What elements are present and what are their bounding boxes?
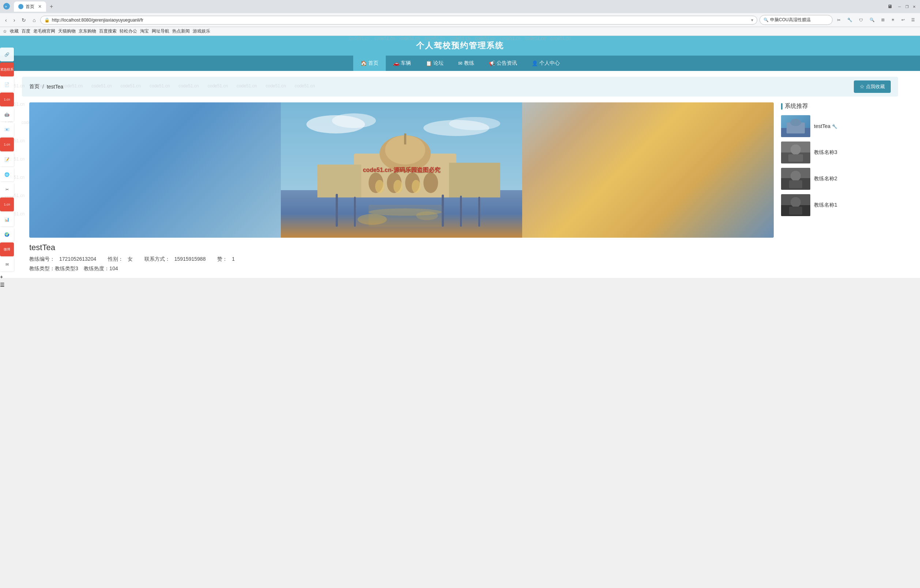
rec-item-1[interactable]: 教练名称3 bbox=[781, 141, 891, 164]
svg-point-7 bbox=[449, 117, 500, 130]
rec-item-3[interactable]: 教练名称1 bbox=[781, 194, 891, 216]
svg-point-5 bbox=[332, 113, 376, 128]
star-icon: ☆ bbox=[3, 29, 7, 34]
nav-home[interactable]: 🏠 首页 bbox=[353, 55, 386, 71]
profile-icon: 👤 bbox=[532, 60, 538, 66]
svg-rect-24 bbox=[460, 196, 462, 227]
minimize-button[interactable]: ─ bbox=[897, 4, 902, 10]
coach-likes-value: 1 bbox=[232, 256, 235, 262]
history-button[interactable]: ↩ bbox=[899, 16, 907, 24]
refresh-button[interactable]: ↻ bbox=[19, 16, 28, 24]
sidebar-add-button[interactable]: + bbox=[0, 274, 15, 278]
bookmark-baidu[interactable]: 百度 bbox=[21, 28, 30, 34]
nav-news[interactable]: 📢 公告资讯 bbox=[481, 55, 524, 71]
news-icon: 📢 bbox=[489, 60, 495, 66]
favorite-button[interactable]: ☆ 点我收藏 bbox=[854, 81, 891, 93]
svg-rect-21 bbox=[336, 194, 338, 227]
sidebar-icon-13[interactable]: ✉ bbox=[0, 258, 14, 271]
bookmark-baidusearch[interactable]: 百度搜索 bbox=[99, 28, 117, 34]
sidebar-icon-11[interactable]: 📊 bbox=[0, 212, 14, 226]
browser-toolbar: ‹ › ↻ ⌂ 🔒 http://localhost:8080/gerenjia… bbox=[0, 13, 920, 27]
find-button[interactable]: 🔍 bbox=[867, 16, 877, 24]
nav-profile[interactable]: 👤 个人中心 bbox=[524, 55, 567, 71]
bookmark-games[interactable]: 游戏娱乐 bbox=[193, 28, 210, 34]
secure-icon: 🔒 bbox=[44, 18, 50, 23]
bookmark-tmall[interactable]: 天猫购物 bbox=[58, 28, 76, 34]
rec-name-0: testTea bbox=[814, 123, 831, 129]
vehicle-icon: 🚗 bbox=[393, 60, 399, 66]
active-tab[interactable]: 首页 ✕ bbox=[14, 2, 46, 12]
rec-thumb-svg-3 bbox=[781, 194, 810, 216]
home-button[interactable]: ⌂ bbox=[30, 16, 38, 24]
coach-gender-value: 女 bbox=[128, 256, 133, 262]
sidebar-icon-9[interactable]: ✂ bbox=[0, 183, 14, 196]
tab-close-button[interactable]: ✕ bbox=[38, 4, 42, 9]
site-header: code51.cn code51.cn code51.cn code51.cn … bbox=[0, 36, 920, 55]
sidebar-icon-10[interactable]: 1.cn bbox=[0, 198, 14, 211]
svg-point-33 bbox=[790, 119, 801, 126]
coach-gender-label: 性别： bbox=[108, 256, 123, 262]
sidebar-icon-3[interactable]: 1.cn bbox=[0, 92, 14, 107]
window-icon: 🖥 bbox=[888, 4, 892, 10]
sidebar-icon-4[interactable]: 🤖 bbox=[0, 107, 14, 121]
svg-point-28 bbox=[358, 214, 387, 225]
rec-info-3: 教练名称1 bbox=[814, 202, 891, 209]
nav-vehicle[interactable]: 🚗 车辆 bbox=[386, 55, 418, 71]
scissors-button[interactable]: ✂ bbox=[835, 16, 843, 24]
rec-info-2: 教练名称2 bbox=[814, 175, 891, 182]
close-button[interactable]: ✕ bbox=[911, 4, 917, 10]
maximize-button[interactable]: ❐ bbox=[904, 4, 910, 10]
bookmarks-bar: ☆ 收藏 百度 老毛桃官网 天猫购物 京东购物 百度搜索 轻松办公 淘宝 网址导… bbox=[0, 27, 920, 36]
left-sidebar: 🔗 紧急联系 📄 1.cn 🤖 📧 1.cn 📝 🌐 ✂ 1.cn 📊 🌍 微博… bbox=[0, 47, 15, 278]
bookmark-maotao[interactable]: 老毛桃官网 bbox=[33, 28, 55, 34]
bookmark-office[interactable]: 轻松办公 bbox=[120, 28, 137, 34]
sidebar-icon-5[interactable]: 📧 bbox=[0, 123, 14, 136]
sidebar-icon-0[interactable]: 🔗 bbox=[0, 47, 14, 62]
sidebar-icon-7[interactable]: 📝 bbox=[0, 152, 14, 166]
rec-thumb-svg-2 bbox=[781, 168, 810, 190]
bookmark-jd[interactable]: 京东购物 bbox=[79, 28, 96, 34]
rec-item-2[interactable]: 教练名称2 bbox=[781, 168, 891, 190]
grid-button[interactable]: ⊞ bbox=[879, 16, 887, 24]
coach-name: testTea bbox=[29, 243, 774, 252]
bookmark-label-6: 轻松办公 bbox=[120, 28, 137, 34]
coach-contact-label: 联系方式： bbox=[144, 256, 170, 262]
breadcrumb-home[interactable]: 首页 bbox=[29, 83, 39, 90]
image-watermark: code51.cn-源码乐园盗图必究 bbox=[363, 166, 440, 174]
shield-button[interactable]: 🛡 bbox=[857, 16, 865, 24]
search-bar[interactable]: 🔍 申脑COU高湿性腊温 bbox=[760, 15, 833, 25]
forward-button[interactable]: › bbox=[11, 16, 18, 24]
sidebar-icon-6[interactable]: 1.cn bbox=[0, 138, 14, 151]
bookmark-news[interactable]: 热点新闻 bbox=[172, 28, 190, 34]
window-controls: 🖥 ─ ❐ ✕ bbox=[888, 4, 917, 10]
extensions-button[interactable]: 🔧 bbox=[845, 16, 855, 24]
brightness-button[interactable]: ☀ bbox=[889, 16, 897, 24]
rec-name-3: 教练名称1 bbox=[814, 202, 837, 208]
sidebar-icon-8[interactable]: 🌐 bbox=[0, 167, 14, 181]
svg-point-20 bbox=[412, 180, 421, 193]
coach-image: code51.cn-源码乐园盗图必究 bbox=[29, 102, 774, 238]
breadcrumb-current: testTea bbox=[47, 84, 63, 89]
svg-rect-23 bbox=[442, 194, 444, 227]
coach-heat-value: 104 bbox=[109, 266, 118, 271]
nav-coach[interactable]: ✉ 教练 bbox=[451, 55, 481, 71]
website: (function(){ const texts = ['code51.cn',… bbox=[0, 36, 920, 278]
tab-label: 首页 bbox=[26, 4, 34, 10]
sidebar-icon-weibo[interactable]: 微博 bbox=[0, 243, 14, 256]
sidebar-icon-1[interactable]: 紧急联系 bbox=[0, 63, 14, 76]
rec-item-0[interactable]: testTea 🔧 bbox=[781, 115, 891, 137]
bookmark-favorites[interactable]: 收藏 bbox=[10, 28, 19, 34]
nav-forum[interactable]: 📋 论坛 bbox=[418, 55, 451, 71]
bookmark-nav[interactable]: 网址导航 bbox=[152, 28, 169, 34]
rec-thumb-2 bbox=[781, 168, 810, 190]
svg-text:✈: ✈ bbox=[5, 5, 7, 8]
sidebar-icon-12[interactable]: 🌍 bbox=[0, 227, 14, 241]
new-tab-button[interactable]: + bbox=[47, 3, 55, 11]
address-bar[interactable]: 🔒 http://localhost:8080/gerenjiaxiaoyuyu… bbox=[40, 16, 757, 24]
menu-button[interactable]: ☰ bbox=[909, 16, 917, 24]
sidebar-icon-2[interactable]: 📄 bbox=[0, 78, 14, 91]
coach-icon: ✉ bbox=[458, 60, 463, 66]
bookmark-taobao[interactable]: 淘宝 bbox=[140, 28, 149, 34]
svg-point-18 bbox=[375, 180, 384, 193]
back-button[interactable]: ‹ bbox=[3, 16, 9, 24]
